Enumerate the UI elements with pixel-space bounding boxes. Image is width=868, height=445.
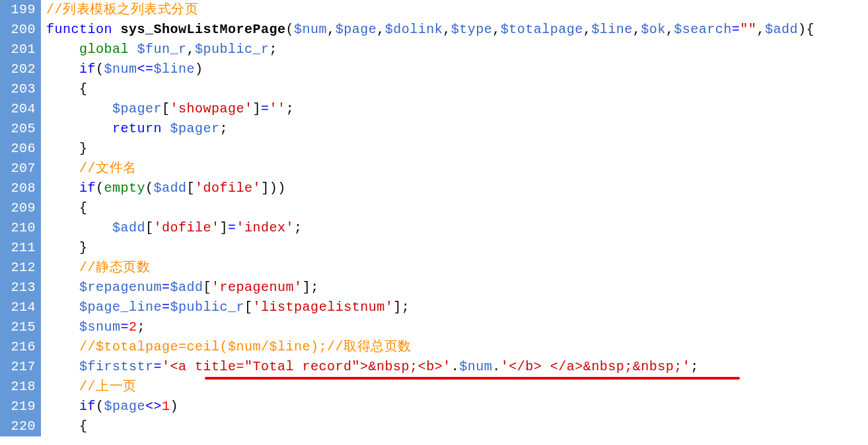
token-var: $page bbox=[336, 22, 377, 37]
token-plain bbox=[129, 42, 137, 57]
token-punct: , bbox=[633, 22, 641, 37]
token-punct: ( bbox=[145, 181, 154, 196]
token-var: $snum bbox=[79, 319, 121, 335]
token-plain bbox=[46, 379, 79, 394]
token-op: <= bbox=[137, 61, 154, 77]
token-punct: . bbox=[492, 359, 501, 374]
token-punct: [ bbox=[244, 300, 253, 315]
token-plain bbox=[46, 220, 112, 235]
token-punct: ; bbox=[294, 220, 303, 235]
line-number: 217 bbox=[3, 357, 36, 377]
token-plain bbox=[46, 359, 79, 374]
code-line[interactable]: //文件名 bbox=[46, 159, 868, 179]
code-line[interactable]: if($page<>1) bbox=[46, 397, 868, 417]
line-number: 209 bbox=[3, 198, 36, 218]
token-var: $num bbox=[294, 22, 327, 37]
token-var: $add bbox=[112, 220, 145, 235]
token-green: global bbox=[79, 42, 129, 57]
code-line[interactable]: } bbox=[46, 238, 868, 258]
token-var: $public_r bbox=[195, 42, 270, 57]
token-keyword: return bbox=[112, 121, 162, 136]
token-punct: , bbox=[377, 22, 385, 37]
code-line[interactable]: if($num<=$line) bbox=[46, 60, 868, 79]
token-var: $add bbox=[765, 22, 798, 37]
token-op: <> bbox=[145, 399, 162, 414]
token-var: $firststr bbox=[79, 359, 154, 374]
line-number: 216 bbox=[3, 337, 36, 357]
token-plain bbox=[46, 280, 79, 295]
code-line[interactable]: //列表模板之列表式分页 bbox=[46, 0, 868, 20]
code-line[interactable]: $repagenum=$add['repagenum']; bbox=[46, 278, 868, 298]
token-var: $add bbox=[170, 280, 203, 295]
token-punct: [ bbox=[145, 220, 154, 235]
token-keyword: if bbox=[79, 61, 96, 77]
token-string: "" bbox=[740, 22, 756, 37]
token-comment: //列表模板之列表式分页 bbox=[46, 2, 198, 17]
token-punct: ; bbox=[270, 42, 278, 57]
token-punct: { bbox=[79, 81, 88, 97]
token-punct: ]; bbox=[393, 300, 410, 315]
token-string: '<a title="Total record">&nbsp;<b>' bbox=[162, 359, 451, 374]
token-comment: //$totalpage=ceil($num/$line);//取得总页数 bbox=[79, 339, 412, 354]
token-op: = bbox=[162, 280, 170, 295]
line-number: 201 bbox=[3, 40, 36, 60]
code-line[interactable]: } bbox=[46, 139, 868, 159]
code-line[interactable]: $page_line=$public_r['listpagelistnum']; bbox=[46, 298, 868, 317]
token-punct: } bbox=[79, 240, 88, 255]
token-string: 'showpage' bbox=[170, 101, 253, 116]
token-punct: , bbox=[443, 22, 451, 37]
token-var: $line bbox=[591, 22, 633, 37]
token-punct: [ bbox=[203, 280, 212, 295]
token-var: $ok bbox=[641, 22, 666, 37]
code-editor: 1992002012022032042052062072082092102112… bbox=[0, 0, 868, 436]
token-punct: ; bbox=[137, 319, 146, 335]
code-line[interactable]: { bbox=[46, 198, 868, 218]
code-line[interactable]: //上一页 bbox=[46, 377, 868, 397]
token-var: $repagenum bbox=[79, 280, 162, 295]
code-line[interactable]: if(empty($add['dofile'])) bbox=[46, 179, 868, 198]
token-punct: ; bbox=[690, 359, 699, 374]
token-plain bbox=[46, 200, 79, 216]
line-number: 214 bbox=[3, 298, 36, 317]
token-punct: . bbox=[451, 359, 460, 374]
token-string: '' bbox=[270, 101, 286, 116]
line-number: 219 bbox=[3, 397, 36, 417]
code-area[interactable]: //列表模板之列表式分页function sys_ShowListMorePag… bbox=[41, 0, 868, 436]
token-plain bbox=[46, 161, 79, 176]
token-plain bbox=[46, 121, 112, 136]
token-plain bbox=[46, 339, 79, 354]
code-line[interactable]: //静态页数 bbox=[46, 258, 868, 278]
token-punct: ; bbox=[286, 101, 295, 116]
token-plain bbox=[46, 319, 79, 335]
code-line[interactable]: $firststr='<a title="Total record">&nbsp… bbox=[46, 357, 868, 377]
token-keyword: function bbox=[46, 22, 112, 37]
token-keyword: if bbox=[79, 181, 96, 196]
line-number: 203 bbox=[3, 79, 36, 99]
token-comment: //上一页 bbox=[79, 379, 137, 394]
code-line[interactable]: { bbox=[46, 79, 868, 99]
token-plain bbox=[46, 260, 79, 275]
line-number: 199 bbox=[3, 0, 36, 20]
code-line[interactable]: $pager['showpage']=''; bbox=[46, 99, 868, 119]
code-line[interactable]: $snum=2; bbox=[46, 317, 868, 337]
token-func: sys_ShowListMorePage bbox=[121, 22, 286, 37]
token-op: = bbox=[261, 101, 270, 116]
line-number: 204 bbox=[3, 99, 36, 119]
code-line[interactable]: //$totalpage=ceil($num/$line);//取得总页数 bbox=[46, 337, 868, 357]
token-comment: //静态页数 bbox=[79, 260, 150, 275]
code-line[interactable]: function sys_ShowListMorePage($num,$page… bbox=[46, 20, 868, 40]
line-number-gutter: 1992002012022032042052062072082092102112… bbox=[0, 0, 41, 436]
token-punct: ; bbox=[220, 121, 229, 136]
code-line[interactable]: return $pager; bbox=[46, 119, 868, 139]
token-punct: ){ bbox=[798, 22, 814, 37]
line-number: 220 bbox=[3, 417, 36, 436]
token-plain bbox=[112, 22, 121, 37]
token-plain bbox=[46, 42, 79, 57]
token-var: $line bbox=[154, 61, 196, 77]
code-line[interactable]: global $fun_r,$public_r; bbox=[46, 40, 868, 60]
code-line[interactable]: { bbox=[46, 417, 868, 436]
token-comment: //文件名 bbox=[79, 161, 137, 176]
line-number: 202 bbox=[3, 60, 36, 79]
code-line[interactable]: $add['dofile']='index'; bbox=[46, 218, 868, 238]
token-var: $num bbox=[104, 61, 137, 77]
